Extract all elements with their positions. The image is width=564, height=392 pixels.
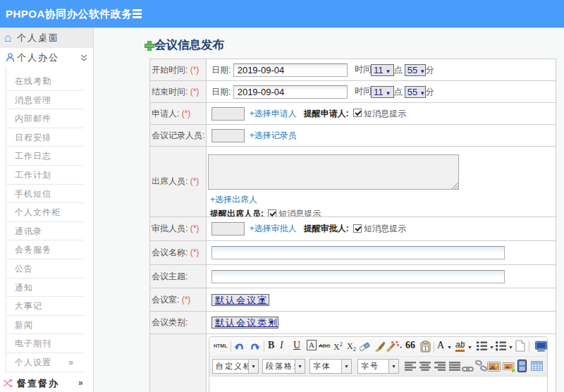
svg-text:T: T [424, 345, 428, 352]
